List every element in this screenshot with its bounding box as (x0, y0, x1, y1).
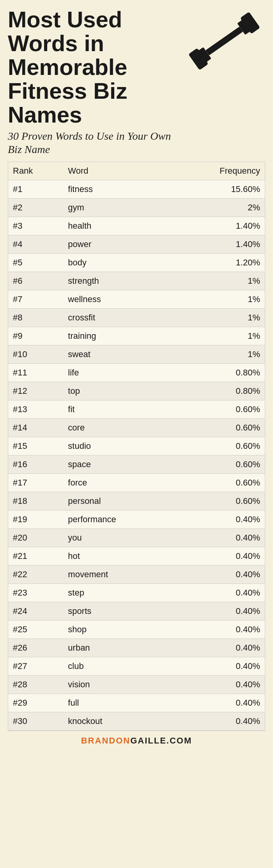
rank-cell: #28 (8, 675, 63, 694)
rank-cell: #21 (8, 547, 63, 565)
rank-cell: #3 (8, 217, 63, 235)
rank-cell: #17 (8, 473, 63, 492)
word-cell: performance (63, 510, 171, 528)
rank-cell: #25 (8, 620, 63, 639)
rank-cell: #12 (8, 382, 63, 400)
table-body: #1fitness15.60%#2gym2%#3health1.40%#4pow… (8, 180, 265, 730)
rank-cell: #30 (8, 712, 63, 730)
frequency-cell: 1% (171, 345, 265, 363)
frequency-cell: 15.60% (171, 180, 265, 198)
frequency-cell: 1% (171, 308, 265, 327)
page-container: Most Used Words in Memorable Fitness Biz… (0, 0, 273, 752)
table-row: #29full0.40% (8, 694, 265, 712)
word-cell: top (63, 382, 171, 400)
frequency-cell: 0.40% (171, 694, 265, 712)
table-row: #1fitness15.60% (8, 180, 265, 198)
rank-cell: #27 (8, 657, 63, 675)
table-row: #20you0.40% (8, 528, 265, 547)
table-header-row: Rank Word Frequency (8, 162, 265, 180)
table-row: #21hot0.40% (8, 547, 265, 565)
frequency-cell: 2% (171, 198, 265, 217)
rank-cell: #16 (8, 455, 63, 473)
word-cell: core (63, 418, 171, 437)
word-cell: sports (63, 602, 171, 620)
word-cell: sweat (63, 345, 171, 363)
word-cell: shop (63, 620, 171, 639)
table-row: #25shop0.40% (8, 620, 265, 639)
table-row: #12top0.80% (8, 382, 265, 400)
frequency-cell: 0.60% (171, 400, 265, 418)
word-cell: knockout (63, 712, 171, 730)
table-row: #14core0.60% (8, 418, 265, 437)
table-row: #30knockout0.40% (8, 712, 265, 730)
table-row: #11life0.80% (8, 363, 265, 382)
table-row: #6strength1% (8, 272, 265, 290)
rank-cell: #7 (8, 290, 63, 308)
brand-orange: BRANDON (81, 736, 130, 745)
dumbbell-svg (183, 10, 265, 72)
frequency-cell: 0.60% (171, 473, 265, 492)
rank-cell: #11 (8, 363, 63, 382)
table-row: #13fit0.60% (8, 400, 265, 418)
frequency-cell: 0.40% (171, 602, 265, 620)
rank-header: Rank (8, 162, 63, 180)
word-cell: life (63, 363, 171, 382)
word-cell: personal (63, 492, 171, 510)
word-cell: step (63, 583, 171, 602)
table-row: #8crossfit1% (8, 308, 265, 327)
table-row: #24sports0.40% (8, 602, 265, 620)
svg-rect-2 (206, 27, 243, 55)
rank-cell: #18 (8, 492, 63, 510)
word-cell: gym (63, 198, 171, 217)
table-row: #16space0.60% (8, 455, 265, 473)
word-cell: fitness (63, 180, 171, 198)
rank-cell: #23 (8, 583, 63, 602)
word-cell: hot (63, 547, 171, 565)
word-cell: urban (63, 639, 171, 657)
word-cell: space (63, 455, 171, 473)
rank-cell: #10 (8, 345, 63, 363)
rank-cell: #4 (8, 235, 63, 253)
frequency-cell: 1% (171, 290, 265, 308)
word-cell: force (63, 473, 171, 492)
word-frequency-table: Rank Word Frequency #1fitness15.60%#2gym… (8, 162, 265, 731)
rank-cell: #5 (8, 253, 63, 272)
frequency-cell: 0.40% (171, 528, 265, 547)
brand-dark: GAILLE.COM (130, 736, 192, 745)
frequency-cell: 1% (171, 327, 265, 345)
word-cell: movement (63, 565, 171, 583)
frequency-cell: 0.40% (171, 639, 265, 657)
dumbbell-icon (179, 8, 265, 72)
table-row: #3health1.40% (8, 217, 265, 235)
frequency-cell: 1.20% (171, 253, 265, 272)
word-cell: fit (63, 400, 171, 418)
frequency-cell: 0.40% (171, 510, 265, 528)
rank-cell: #9 (8, 327, 63, 345)
rank-cell: #1 (8, 180, 63, 198)
rank-cell: #29 (8, 694, 63, 712)
table-row: #7wellness1% (8, 290, 265, 308)
word-header: Word (63, 162, 171, 180)
word-cell: body (63, 253, 171, 272)
rank-cell: #26 (8, 639, 63, 657)
rank-cell: #15 (8, 437, 63, 455)
brand-text: BRANDONGAILLE.COM (81, 736, 192, 745)
table-row: #23step0.40% (8, 583, 265, 602)
frequency-cell: 0.80% (171, 382, 265, 400)
frequency-cell: 0.40% (171, 712, 265, 730)
rank-cell: #8 (8, 308, 63, 327)
word-cell: studio (63, 437, 171, 455)
word-cell: vision (63, 675, 171, 694)
table-row: #15studio0.60% (8, 437, 265, 455)
frequency-cell: 0.60% (171, 418, 265, 437)
word-cell: training (63, 327, 171, 345)
frequency-cell: 1.40% (171, 217, 265, 235)
word-cell: full (63, 694, 171, 712)
word-cell: wellness (63, 290, 171, 308)
rank-cell: #6 (8, 272, 63, 290)
table-row: #4power1.40% (8, 235, 265, 253)
rank-cell: #19 (8, 510, 63, 528)
frequency-cell: 1.40% (171, 235, 265, 253)
frequency-cell: 0.40% (171, 657, 265, 675)
table-row: #19performance0.40% (8, 510, 265, 528)
